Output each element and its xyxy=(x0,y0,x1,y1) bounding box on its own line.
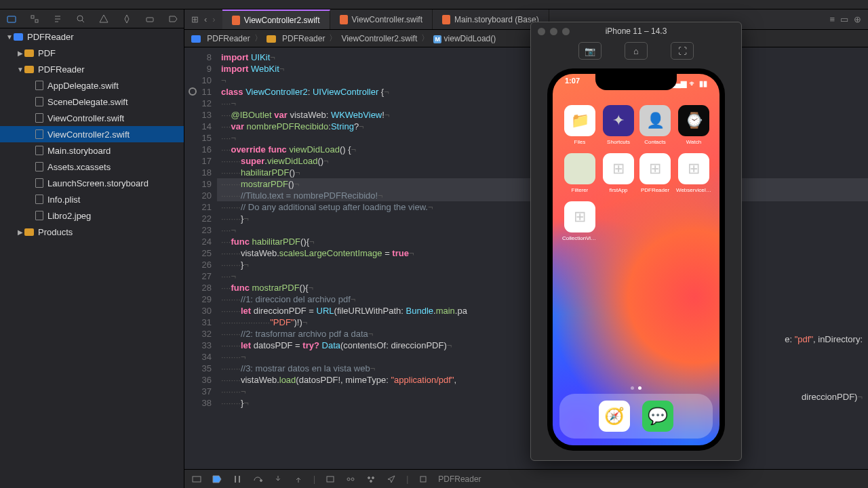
battery-icon: ▮▮ xyxy=(699,79,707,88)
app-icon[interactable]: ⊞WebserviceIOS xyxy=(676,153,711,193)
file-icon xyxy=(35,211,43,220)
simulator-toolbar[interactable]: 📷 ⌂ ⛶ xyxy=(531,40,741,62)
svg-point-3 xyxy=(77,16,83,21)
view-debug-icon[interactable] xyxy=(325,474,336,485)
issue-icon[interactable] xyxy=(99,14,108,24)
dock-app[interactable]: 🧭 xyxy=(599,401,630,432)
editor-options-icon[interactable]: ≡ xyxy=(829,14,835,24)
nav-row[interactable]: SceneDelegate.swift xyxy=(0,94,184,110)
nav-row[interactable]: Libro2.jpeg xyxy=(0,207,184,224)
related-items-icon[interactable]: ⊞ xyxy=(191,14,199,24)
nav-label: Assets.xcassets xyxy=(47,162,111,172)
forward-icon[interactable]: › xyxy=(212,14,215,24)
breadcrumb[interactable]: PDFReader〉 PDFReader〉ViewController2.swi… xyxy=(184,30,868,47)
svg-point-12 xyxy=(372,476,374,479)
nav-row[interactable]: ▶PDF xyxy=(0,45,184,61)
app-icon[interactable]: Filterer xyxy=(562,153,597,193)
app-label: PDFReader xyxy=(641,187,669,193)
file-icon xyxy=(35,146,43,155)
swift-file-icon xyxy=(232,16,240,25)
nav-row[interactable]: ▶Products xyxy=(0,224,184,240)
home-screen-apps[interactable]: 📁Files✦Shortcuts👤Contacts⌚WatchFilterer⊞… xyxy=(553,105,719,241)
nav-row[interactable]: ViewController2.swift xyxy=(0,126,184,142)
nav-row[interactable]: ▼PDFReader xyxy=(0,61,184,77)
file-icon xyxy=(35,195,43,204)
tab-label: Main.storyboard (Base) xyxy=(454,15,539,24)
memory-graph-icon[interactable] xyxy=(345,474,356,485)
app-icon[interactable]: ⊞PDFReader xyxy=(639,153,671,193)
device-screen[interactable]: 1:07 ▂▄▆ᯤ▮▮ 📁Files✦Shortcuts👤Contacts⌚Wa… xyxy=(553,74,719,445)
app-icon[interactable]: ⌚Watch xyxy=(676,105,711,145)
breadcrumb-segment[interactable]: PDFReader xyxy=(267,34,326,43)
breadcrumb-segment[interactable]: M viewDidLoad() xyxy=(433,34,496,43)
add-editor-icon[interactable]: ⊕ xyxy=(854,14,861,24)
dock-app[interactable]: 💬 xyxy=(642,401,673,432)
debug-icon[interactable] xyxy=(145,14,155,24)
folder-icon[interactable] xyxy=(7,14,16,24)
svg-point-11 xyxy=(368,476,370,479)
nav-row[interactable]: ViewController.swift xyxy=(0,110,184,126)
rotate-icon[interactable]: ⛶ xyxy=(671,42,694,60)
nav-row[interactable]: Main.storyboard xyxy=(0,142,184,159)
back-icon[interactable]: ‹ xyxy=(204,14,207,24)
step-out-icon[interactable] xyxy=(293,474,304,485)
clock: 1:07 xyxy=(565,77,580,90)
editor-tab[interactable]: ViewController2.swift xyxy=(222,9,330,29)
breakpoints-icon[interactable] xyxy=(212,474,222,485)
nav-label: ViewController.swift xyxy=(47,113,124,123)
env-override-icon[interactable] xyxy=(366,474,376,485)
editor-tab-bar[interactable]: ⊞ ‹ › ViewController2.swiftViewControlle… xyxy=(184,9,868,30)
editor-tab[interactable]: ViewController.swift xyxy=(330,9,433,29)
pause-icon[interactable] xyxy=(232,474,243,485)
simulator-window[interactable]: iPhone 11 – 14.3 📷 ⌂ ⛶ 1:07 ▂▄▆ᯤ▮▮ 📁File… xyxy=(530,22,742,461)
process-icon[interactable] xyxy=(418,474,429,485)
notch xyxy=(595,74,677,90)
debug-target[interactable]: PDFReader xyxy=(438,474,481,484)
tab-label: ViewController2.swift xyxy=(244,16,320,25)
assistant-icon[interactable]: ▭ xyxy=(840,14,848,24)
nav-label: PDFReader xyxy=(38,64,85,75)
step-over-icon[interactable] xyxy=(252,474,263,485)
app-icon[interactable]: ⊞firstApp xyxy=(603,153,634,193)
dock[interactable]: 🧭💬 xyxy=(559,394,713,439)
project-icon xyxy=(14,33,23,41)
app-icon[interactable]: ⊞CollectionView... xyxy=(562,201,597,241)
home-icon[interactable]: ⌂ xyxy=(625,42,648,60)
wifi-icon: ᯤ xyxy=(689,79,696,87)
search-icon[interactable] xyxy=(76,14,85,24)
nav-row[interactable]: Assets.xcassets xyxy=(0,159,184,175)
location-icon[interactable] xyxy=(386,474,397,485)
debug-bar[interactable]: | | PDFReader xyxy=(184,469,868,488)
step-into-icon[interactable] xyxy=(273,474,283,485)
code-editor[interactable]: 8910111213141516171819202122232425262728… xyxy=(184,47,868,469)
scm-icon[interactable] xyxy=(30,14,39,24)
svg-rect-2 xyxy=(35,20,38,22)
folder-icon xyxy=(24,49,34,57)
nav-row[interactable]: ▼PDFReader xyxy=(0,28,184,45)
breakpoint-nav-icon[interactable] xyxy=(168,14,178,24)
app-icon[interactable]: 👤Contacts xyxy=(639,105,671,145)
navigator-tabbar[interactable] xyxy=(0,9,184,28)
page-indicator[interactable] xyxy=(553,386,719,390)
test-icon[interactable] xyxy=(122,14,132,24)
swift-file-icon xyxy=(340,15,348,24)
hide-debug-icon[interactable] xyxy=(191,474,202,485)
nav-label: Libro2.jpeg xyxy=(47,211,91,221)
simulator-titlebar[interactable]: iPhone 11 – 14.3 xyxy=(531,22,741,40)
app-label: Files xyxy=(574,139,586,145)
nav-row[interactable]: LaunchScreen.storyboard xyxy=(0,175,184,191)
project-navigator[interactable]: ▼PDFReader▶PDF▼PDFReaderAppDelegate.swif… xyxy=(0,9,184,488)
app-icon[interactable]: ✦Shortcuts xyxy=(603,105,634,145)
symbol-icon[interactable] xyxy=(53,14,62,24)
app-label: CollectionView... xyxy=(562,235,597,241)
screenshot-icon[interactable]: 📷 xyxy=(578,42,601,60)
svg-point-7 xyxy=(260,479,262,481)
line-gutter[interactable]: 8910111213141516171819202122232425262728… xyxy=(184,47,217,469)
app-label: Watch xyxy=(686,139,701,145)
breadcrumb-segment[interactable]: ViewController2.swift xyxy=(341,34,417,43)
breadcrumb-segment[interactable]: PDFReader xyxy=(191,34,250,43)
nav-label: SceneDelegate.swift xyxy=(47,97,128,107)
app-icon[interactable]: 📁Files xyxy=(562,105,597,145)
nav-row[interactable]: Info.plist xyxy=(0,191,184,207)
nav-row[interactable]: AppDelegate.swift xyxy=(0,77,184,94)
